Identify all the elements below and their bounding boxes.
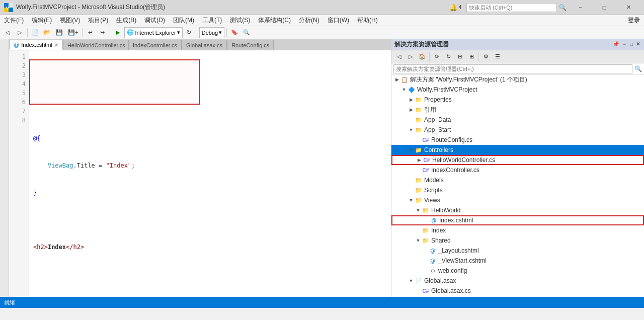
tb-sep-2 xyxy=(82,28,83,37)
back-button[interactable]: ◁ xyxy=(2,27,13,38)
models-expand-icon xyxy=(408,177,415,184)
tree-views[interactable]: ▼ 📁 Views xyxy=(391,195,644,205)
se-sync-button[interactable]: ⟳ xyxy=(431,51,442,62)
menu-view[interactable]: 视图(V) xyxy=(56,15,84,26)
status-bar: 就绪 xyxy=(0,297,644,308)
tree-packages-config[interactable]: ⚙ packages.config xyxy=(391,296,644,297)
se-settings-button[interactable]: ☰ xyxy=(492,51,503,62)
code-editor[interactable]: 1 2 3 4 5 6 7 8 @{ ViewBag.Title = "Inde… xyxy=(9,50,391,297)
tree-layout-cshtml[interactable]: @ _Layout.cshtml xyxy=(391,246,644,256)
menu-test[interactable]: 测试(S) xyxy=(226,15,254,26)
menu-build[interactable]: 生成(B) xyxy=(112,15,140,26)
menu-architecture[interactable]: 体系结构(C) xyxy=(254,15,295,26)
se-search-icon[interactable]: 🔍 xyxy=(634,65,642,72)
tree-viewstart-cshtml[interactable]: @ _ViewStart.cshtml xyxy=(391,256,644,266)
gacs-expand-icon xyxy=(415,287,422,294)
quick-launch-input[interactable] xyxy=(466,3,557,12)
tree-scripts[interactable]: 📁 Scripts xyxy=(391,185,644,195)
save-button[interactable]: 💾 xyxy=(54,27,65,38)
bookmark-button[interactable]: 🔖 xyxy=(229,27,240,38)
find-button[interactable]: 🔍 xyxy=(241,27,252,38)
open-file-button[interactable]: 📂 xyxy=(42,27,53,38)
tab-indexcontroller[interactable]: IndexController.cs xyxy=(128,40,182,50)
tree-app-data[interactable]: 📁 App_Data xyxy=(391,115,644,125)
start-button[interactable]: ▶ xyxy=(112,27,123,38)
project-expand-icon: ▼ xyxy=(400,86,408,93)
browser-selector[interactable]: 🌐 Internet Explorer ▾ xyxy=(124,27,182,38)
tab-helloworldcontroller[interactable]: HelloWorldController.cs xyxy=(63,40,128,50)
se-pin-button[interactable]: 📌 xyxy=(612,41,620,48)
tab-global-asax[interactable]: Global.asax.cs xyxy=(182,40,227,50)
login-button[interactable]: 登录 xyxy=(624,16,644,25)
menu-file[interactable]: 文件(F) xyxy=(0,15,28,26)
routeconfig-icon: C# xyxy=(422,136,430,144)
se-search-input[interactable] xyxy=(393,64,632,73)
se-float-button[interactable]: □ xyxy=(629,41,634,48)
tree-webconfig-views[interactable]: ⚙ web.config xyxy=(391,266,644,276)
se-filter-button[interactable]: ⚙ xyxy=(480,51,492,62)
editor-area: @ Index.cshtml ✕ HelloWorldController.cs… xyxy=(9,39,391,297)
minimize-button[interactable]: － xyxy=(569,3,592,13)
notification-count: 4 xyxy=(458,5,461,10)
tree-references[interactable]: ▶ 📁 引用 xyxy=(391,105,644,115)
new-file-button[interactable]: 📄 xyxy=(30,27,41,38)
tab-index-cshtml[interactable]: @ Index.cshtml ✕ xyxy=(9,40,63,50)
solution-explorer: 解决方案资源管理器 📌 － □ ✕ ◁ ▷ 🏠 ⟳ ↻ ⊟ ⊞ ⚙ ☰ 🔍 xyxy=(391,39,644,297)
tree-routeconfig[interactable]: C# RouteConfig.cs xyxy=(391,135,644,145)
tree-properties[interactable]: ▶ 📁 Properties xyxy=(391,95,644,105)
tree-app-start[interactable]: ▼ 📁 App_Start xyxy=(391,125,644,135)
tree-project[interactable]: ▼ 🔷 Wolfy.FirstMVCProject xyxy=(391,85,644,95)
tree-helloworldcontroller[interactable]: ▶ C# HelloWorldController.cs xyxy=(391,155,644,165)
redo-button[interactable]: ↪ xyxy=(97,27,108,38)
toolbar: ◁ ▷ 📄 📂 💾 💾+ ↩ ↪ ▶ 🌐 Internet Explorer ▾… xyxy=(0,26,644,39)
notification-bell[interactable]: 🔔 xyxy=(449,4,457,11)
config-selector[interactable]: Debug ▾ xyxy=(199,27,224,38)
tree-solution[interactable]: ▶ 📋 解决方案 'Wolfy.FirstMVCProject' (1 个项目) xyxy=(391,74,644,85)
tree-global-asax[interactable]: ▼ 📄 Global.asax xyxy=(391,276,644,286)
ga-expand-icon: ▼ xyxy=(408,277,415,284)
tree-helloworld-folder[interactable]: ▼ 📁 HelloWorld xyxy=(391,205,644,215)
menu-window[interactable]: 窗口(W) xyxy=(324,15,353,26)
se-close-button[interactable]: ✕ xyxy=(635,41,641,48)
hwc-label: HelloWorldController.cs xyxy=(432,156,495,164)
save-all-button[interactable]: 💾+ xyxy=(66,27,80,38)
undo-button[interactable]: ↩ xyxy=(85,27,96,38)
tree-indexcontroller[interactable]: C# IndexController.cs xyxy=(391,165,644,175)
close-button[interactable]: ✕ xyxy=(617,3,640,13)
se-collapse-button[interactable]: ⊟ xyxy=(454,51,465,62)
tree-index-cshtml[interactable]: @ Index.cshtml xyxy=(391,215,644,225)
menu-tools[interactable]: 工具(T) xyxy=(198,15,226,26)
menu-debug[interactable]: 调试(D) xyxy=(140,15,169,26)
window-title: Wolfy.FirstMVCProject - Microsoft Visual… xyxy=(16,3,449,12)
se-expand-button[interactable]: ⊞ xyxy=(466,51,477,62)
tab-routeconfig[interactable]: RouteConfig.cs xyxy=(227,40,274,50)
tree-shared-folder[interactable]: ▼ 📁 Shared xyxy=(391,235,644,246)
code-content[interactable]: @{ ViewBag.Title = "Index"; } <h2>Index<… xyxy=(29,50,391,297)
tab-close-index[interactable]: ✕ xyxy=(54,42,58,48)
menu-team[interactable]: 团队(M) xyxy=(169,15,198,26)
menu-analysis[interactable]: 分析(N) xyxy=(295,15,324,26)
se-home-button[interactable]: 🏠 xyxy=(417,51,428,62)
forward-button[interactable]: ▷ xyxy=(14,27,25,38)
tree-controllers[interactable]: ▼ 📁 Controllers xyxy=(391,145,644,155)
if-label: Index xyxy=(431,227,446,234)
references-expand-icon: ▶ xyxy=(408,106,415,113)
tree-global-asax-cs[interactable]: C# Global.asax.cs xyxy=(391,286,644,296)
maximize-button[interactable]: □ xyxy=(593,3,616,13)
menu-project[interactable]: 项目(P) xyxy=(84,15,112,26)
hwf-label: HelloWorld xyxy=(431,207,460,214)
ga-icon: 📄 xyxy=(415,277,423,285)
se-back-button[interactable]: ◁ xyxy=(393,51,405,62)
se-refresh-button[interactable]: ↻ xyxy=(443,51,454,62)
se-minimize-button[interactable]: － xyxy=(621,41,628,48)
menu-edit[interactable]: 编辑(E) xyxy=(28,15,56,26)
se-forward-button[interactable]: ▷ xyxy=(405,51,416,62)
routeconfig-expand-icon xyxy=(415,136,422,143)
code-line-5 xyxy=(33,215,387,224)
wc-icon: ⚙ xyxy=(429,267,437,275)
menu-help[interactable]: 帮助(H) xyxy=(353,15,382,26)
tb-sep-4 xyxy=(197,28,197,37)
refresh-button[interactable]: ↻ xyxy=(184,27,195,38)
tree-models[interactable]: 📁 Models xyxy=(391,175,644,185)
tree-index-folder[interactable]: 📁 Index xyxy=(391,225,644,235)
